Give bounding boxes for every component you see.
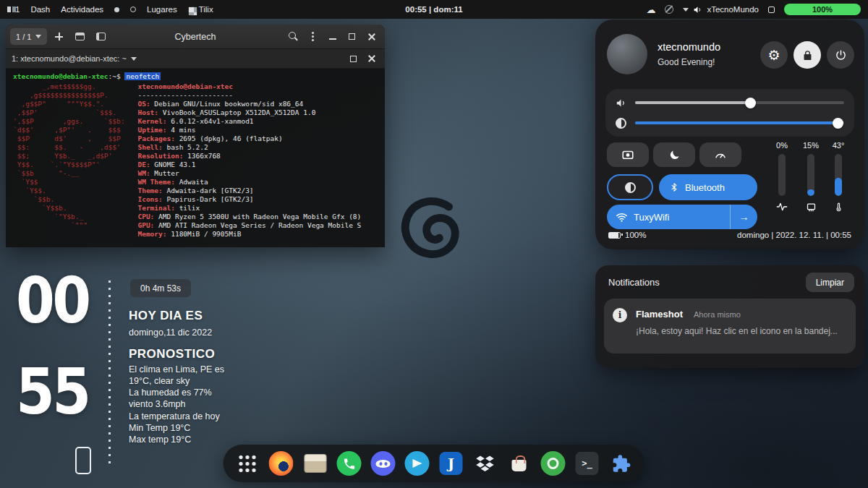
search-button[interactable] <box>284 27 302 46</box>
topbar-clock[interactable]: 00:55 | dom:11 <box>405 5 462 14</box>
split-right-button[interactable] <box>92 27 110 46</box>
status-dot-filled-icon[interactable] <box>114 7 119 12</box>
neofetch-entry: DE: GNOME 43.1 <box>137 160 361 169</box>
close-button[interactable] <box>362 27 380 46</box>
command-text: neofetch <box>124 72 161 80</box>
dock-item-tilix[interactable]: >_ <box>574 450 601 477</box>
volume-knob[interactable] <box>745 98 756 108</box>
notifications-panel: Notifications Limpiar i Flameshot Ahora … <box>595 265 864 368</box>
menu-tilix[interactable]: Tilix <box>188 5 213 14</box>
neofetch-entry: WM: Mutter <box>137 169 361 178</box>
dock: J>_ <box>224 445 645 482</box>
quick-settings-footer: 100% domingo | 2022. 12. 11. | 00:55 <box>608 231 851 239</box>
dark-mode-toggle[interactable] <box>607 174 653 200</box>
wifi-button[interactable]: TuxyWifi → <box>607 205 757 229</box>
tab-maximize-button[interactable] <box>346 51 360 66</box>
dock-item-extensions[interactable] <box>608 450 635 477</box>
wifi-settings-arrow[interactable]: → <box>730 205 757 229</box>
notification-time: Ahora mismo <box>694 310 741 319</box>
neofetch-entry: OS: Debian GNU/Linux bookworm/sid x86_64 <box>137 100 361 108</box>
quick-settings-panel: xtecnomundo Good Evening! ⚙ <box>595 20 864 249</box>
dock-item-firefox[interactable] <box>268 450 295 477</box>
terminal-body[interactable]: xtecnomundo@debian-xtec:~$ neofetch _,me… <box>6 69 385 247</box>
status-dot-outline-icon[interactable] <box>130 7 136 12</box>
settings-button[interactable]: ⚙ <box>760 41 788 69</box>
chevron-down-icon <box>683 8 689 12</box>
split-down-button[interactable] <box>71 27 89 46</box>
neofetch-entry: Packages: 2695 (dpkg), 46 (flatpak) <box>137 134 361 143</box>
neofetch-entry: GPU: AMD ATI Radeon Vega Series / Radeon… <box>137 221 361 230</box>
dock-item-dropbox[interactable] <box>472 450 499 477</box>
terminal-titlebar[interactable]: 1 / 1 Cybertech <box>6 25 385 49</box>
lock-icon <box>801 49 814 61</box>
new-tab-button[interactable] <box>50 27 68 46</box>
night-light-toggle[interactable] <box>653 142 695 167</box>
notification-body: ¡Hola, estoy aqui! Haz clic en el icono … <box>636 326 846 336</box>
performance-toggle[interactable] <box>699 142 741 167</box>
weather-cloud-icon[interactable]: ☁ <box>646 4 655 15</box>
screenshot-icon <box>621 148 634 161</box>
dock-item-telegram[interactable] <box>404 450 431 477</box>
top-bar: 1 Dash Actividades Lugares Tilix 00:55 |… <box>0 0 868 19</box>
dock-item-joplin[interactable]: J <box>438 450 465 477</box>
brightness-knob[interactable] <box>833 118 843 129</box>
minimize-button[interactable] <box>323 27 341 46</box>
dock-item-app-grid[interactable] <box>234 450 261 477</box>
workspace-number: 1 <box>15 5 20 14</box>
screenshot-toggle[interactable] <box>607 142 649 167</box>
muted-status-icon[interactable] <box>665 5 673 14</box>
workspaces-icon <box>7 7 11 12</box>
dock-item-green-app[interactable] <box>540 450 567 477</box>
kebab-menu-icon <box>312 35 314 38</box>
neofetch-entry: Terminal: tilix <box>137 204 361 213</box>
neofetch-title: xtecnomundo@debian-xtec <box>137 82 361 91</box>
wifi-label: TuxyWifi <box>634 212 669 223</box>
session-count-label: 1 / 1 <box>16 33 31 41</box>
chevron-down-icon <box>35 35 41 38</box>
dock-item-whatsapp[interactable] <box>336 450 363 477</box>
dock-item-discord[interactable] <box>370 450 397 477</box>
greeting: Good Evening! <box>658 57 715 67</box>
tray-app-icon[interactable] <box>768 7 775 13</box>
tilix-window: 1 / 1 Cybertech 1: xtecnomundo@debian-xt… <box>6 25 385 247</box>
temperature-meter: 43° <box>827 141 850 213</box>
clear-notifications-button[interactable]: Limpiar <box>806 273 854 292</box>
battery-indicator[interactable]: 100% <box>784 4 861 15</box>
dock-item-files[interactable] <box>302 450 329 477</box>
close-icon <box>367 54 376 63</box>
power-button[interactable] <box>827 41 854 69</box>
session-count-button[interactable]: 1 / 1 <box>10 28 47 45</box>
debian-swirl-logo <box>394 189 481 276</box>
discord-icon <box>371 451 396 476</box>
workspace-indicator[interactable]: 1 <box>7 5 20 14</box>
plus-icon <box>55 33 63 40</box>
lock-button[interactable] <box>793 41 821 69</box>
wifi-icon <box>616 211 628 223</box>
maximize-button[interactable] <box>343 27 361 46</box>
dropbox-icon <box>473 451 498 476</box>
battery-icon <box>608 232 621 239</box>
whatsapp-icon <box>337 451 362 476</box>
notification-item[interactable]: i Flameshot Ahora mismo ¡Hola, estoy aqu… <box>604 299 856 354</box>
user-name: xtecnomundo <box>658 41 720 53</box>
tab-close-button[interactable] <box>365 51 379 66</box>
volume-slider[interactable] <box>616 96 844 109</box>
avatar[interactable] <box>607 34 647 74</box>
menu-places[interactable]: Lugares <box>147 5 177 14</box>
panel-datetime: domingo | 2022. 12. 11. | 00:55 <box>737 231 851 239</box>
menu-dash[interactable]: Dash <box>30 5 50 14</box>
terminal-tab[interactable]: 1: xtecnomundo@debian-xtec: ~ <box>12 54 127 63</box>
power-icon <box>835 49 847 61</box>
system-menu-label: xTecnoMundo <box>707 5 759 14</box>
brightness-slider[interactable] <box>616 116 844 129</box>
joplin-icon: J <box>440 452 463 475</box>
gear-icon: ⚙ <box>767 47 780 63</box>
menu-activities[interactable]: Actividades <box>61 5 103 14</box>
system-menu[interactable]: xTecnoMundo <box>683 5 759 14</box>
notification-app: Flameshot <box>636 309 683 320</box>
window-menu-button[interactable] <box>304 27 322 46</box>
bluetooth-button[interactable]: Bluetooth <box>659 174 757 200</box>
neofetch-entry: Host: VivoBook_ASUSLaptop X512DA_X512DA … <box>137 108 361 117</box>
dock-item-software[interactable] <box>506 450 533 477</box>
neofetch-entry: Memory: 1180MiB / 9905MiB <box>137 230 361 239</box>
